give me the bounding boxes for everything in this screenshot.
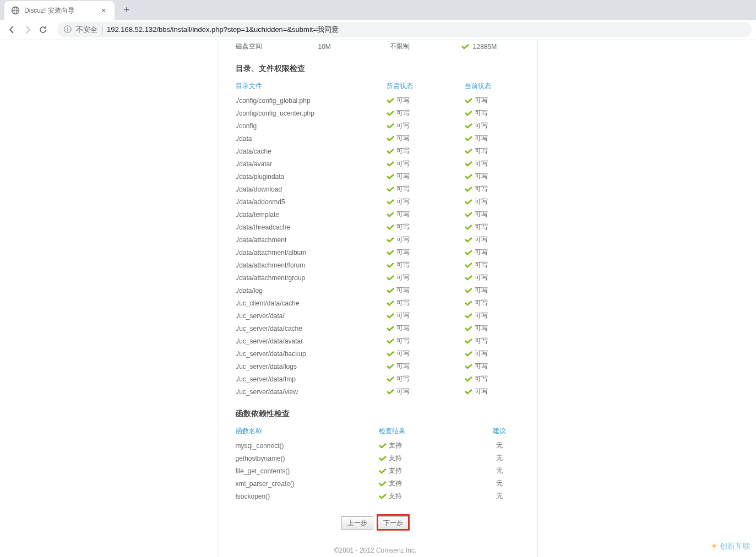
- nav-bar: ⓘ 不安全 192.168.52.132/bbs/install/index.p…: [0, 20, 756, 40]
- table-row: mysql_connect()支持无: [219, 439, 532, 452]
- perm-required: 可写: [387, 195, 465, 208]
- perm-required: 可写: [387, 309, 465, 322]
- address-bar[interactable]: ⓘ 不安全 192.168.52.132/bbs/install/index.p…: [57, 22, 752, 37]
- url-text: 192.168.52.132/bbs/install/index.php?ste…: [107, 25, 339, 35]
- browser-tab[interactable]: Discuz! 安装向导 ×: [4, 1, 115, 20]
- check-icon: [379, 494, 387, 499]
- info-icon: ⓘ: [64, 25, 72, 35]
- perm-path: ./data/addonmd5: [219, 195, 387, 208]
- perm-path: ./data/template: [219, 208, 387, 221]
- func-result: 支持: [379, 477, 467, 490]
- perm-path: ./uc_server/data/tmp: [219, 373, 387, 385]
- check-icon: [387, 351, 394, 357]
- func-name: fsockopen(): [219, 490, 379, 503]
- check-icon: [387, 237, 394, 243]
- perm-current: 可写: [465, 107, 532, 119]
- perm-required: 可写: [387, 208, 465, 221]
- perm-current: 可写: [465, 322, 532, 335]
- func-result: 支持: [379, 452, 467, 465]
- func-suggest: 无: [467, 477, 532, 490]
- check-icon: [387, 250, 394, 255]
- reload-button[interactable]: [35, 22, 51, 37]
- next-button[interactable]: 下一步: [377, 516, 409, 530]
- perm-path: ./config/config_global.php: [219, 94, 387, 107]
- table-row: ./uc_server/data/cache可写可写: [219, 322, 532, 335]
- check-icon: [465, 174, 472, 179]
- func-name: xml_parser_create(): [219, 477, 379, 490]
- table-row: ./data/plugindata可写可写: [219, 170, 532, 183]
- check-icon: [387, 338, 394, 344]
- close-icon[interactable]: ×: [99, 6, 108, 15]
- perm-required: 可写: [387, 132, 465, 145]
- check-icon: [387, 161, 394, 167]
- check-icon: [387, 275, 394, 281]
- new-tab-button[interactable]: +: [119, 2, 134, 18]
- func-col-suggest: 建议: [467, 423, 532, 439]
- table-row: fsockopen()支持无: [219, 490, 532, 503]
- table-row: ./data/attachment可写可写: [219, 233, 532, 246]
- table-row: ./data/threadcache可写可写: [219, 221, 532, 233]
- perm-path: ./uc_server/data/view: [219, 385, 387, 398]
- perm-current: 可写: [465, 373, 532, 385]
- perm-required: 可写: [387, 119, 465, 132]
- table-row: ./uc_server/data/view可写可写: [219, 385, 532, 398]
- perm-required: 可写: [387, 284, 465, 297]
- content-wrapper: 磁盘空间 10M 不限制 12885M 目录、文件权限检查 目录文件 所需状态 …: [0, 40, 756, 557]
- perm-required: 可写: [387, 297, 465, 309]
- perm-path: ./uc_server/data/avatar: [219, 335, 387, 347]
- check-icon: [465, 149, 472, 154]
- check-icon: [387, 225, 394, 230]
- perm-required: 可写: [387, 259, 465, 271]
- table-row: ./data可写可写: [219, 132, 532, 145]
- check-icon: [387, 376, 394, 382]
- check-icon: [465, 376, 472, 382]
- table-row: ./data/addonmd5可写可写: [219, 195, 532, 208]
- table-row: ./uc_server/data/avatar可写可写: [219, 335, 532, 347]
- check-icon: [465, 338, 472, 344]
- check-icon: [465, 187, 472, 192]
- back-button[interactable]: [4, 22, 20, 37]
- perm-current: 可写: [465, 284, 532, 297]
- env-label: 磁盘空间: [219, 40, 318, 53]
- func-table: 函数名称 检查结果 建议 mysql_connect()支持无gethostby…: [219, 423, 532, 503]
- check-icon: [465, 212, 472, 217]
- check-icon: [465, 389, 472, 395]
- perm-current: 可写: [465, 170, 532, 183]
- func-name: mysql_connect(): [219, 439, 379, 452]
- check-icon: [387, 98, 394, 103]
- table-row: ./data/attachment/group可写可写: [219, 271, 532, 284]
- table-row: ./data/log可写可写: [219, 284, 532, 297]
- perm-path: ./uc_client/data/cache: [219, 297, 387, 309]
- perm-current: 可写: [465, 145, 532, 157]
- func-suggest: 无: [467, 452, 532, 465]
- check-icon: [387, 326, 394, 331]
- perm-required: 可写: [387, 233, 465, 246]
- table-row: gethostbyname()支持无: [219, 452, 532, 465]
- perm-required: 可写: [387, 322, 465, 335]
- perm-path: ./uc_server/data/cache: [219, 322, 387, 335]
- prev-button[interactable]: 上一步: [341, 516, 373, 530]
- check-icon: [465, 301, 472, 306]
- forward-button[interactable]: [20, 22, 35, 37]
- check-icon: [379, 443, 387, 449]
- check-icon: [465, 275, 472, 281]
- perm-path: ./data/attachment/album: [219, 246, 387, 259]
- func-suggest: 无: [467, 465, 532, 477]
- tab-bar: Discuz! 安装向导 × +: [0, 0, 756, 20]
- perm-path: ./data/plugindata: [219, 170, 387, 183]
- security-label: 不安全: [76, 25, 102, 35]
- perm-required: 可写: [387, 145, 465, 157]
- perm-path: ./uc_server/data/: [219, 309, 387, 322]
- table-row: ./data/avatar可写可写: [219, 157, 532, 170]
- table-row: ./uc_server/data/可写可写: [219, 309, 532, 322]
- table-row: ./data/attachment/album可写可写: [219, 246, 532, 259]
- perm-current: 可写: [465, 309, 532, 322]
- perm-current: 可写: [465, 157, 532, 170]
- perm-col-required: 所需状态: [387, 78, 465, 94]
- perm-required: 可写: [387, 373, 465, 385]
- table-row: xml_parser_create()支持无: [219, 477, 532, 490]
- perm-current: 可写: [465, 271, 532, 284]
- check-icon: [387, 301, 394, 306]
- perm-path: ./data: [219, 132, 387, 145]
- check-icon: [465, 225, 472, 230]
